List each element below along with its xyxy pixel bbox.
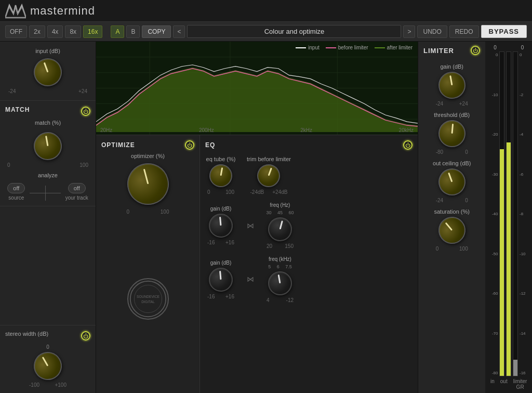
oversample-off[interactable]: OFF <box>5 25 27 38</box>
out-ceiling-range: -24 0 <box>434 198 470 203</box>
oversample-2x[interactable]: 2x <box>29 25 45 38</box>
band1-freq: freq (Hz) 30 45 60 <box>264 202 296 249</box>
trim-knob[interactable] <box>254 161 283 190</box>
meter-in <box>499 51 504 376</box>
optimizer-label: optimizer (%) <box>131 153 165 159</box>
band2-freq: freq (kHz) 5 6 7.5 <box>264 256 296 303</box>
stereo-label: stereo width (dB) <box>5 331 48 337</box>
logo-area: mastermind <box>5 3 95 19</box>
gain-label: gain (dB) <box>440 63 463 70</box>
eq-title: EQ <box>205 141 215 149</box>
preset-a-button[interactable]: A <box>111 25 124 38</box>
input-knob[interactable] <box>30 54 65 90</box>
oversample-4x[interactable]: 4x <box>47 25 63 38</box>
match-knob-container: match (%) 0 100 <box>5 120 90 168</box>
band1-gain: gain (dB) -16 +16 <box>205 206 236 245</box>
freq-20hz: 20Hz <box>100 127 112 133</box>
arrow-right-button[interactable]: > <box>403 25 415 38</box>
redo-button[interactable]: REDO <box>449 25 479 38</box>
band2-gain: gain (dB) -16 +16 <box>205 260 236 299</box>
oversample-8x[interactable]: 8x <box>65 25 81 38</box>
svg-marker-1 <box>5 7 26 18</box>
plugin-container: mastermind OFF 2x 4x 8x 16x A B COPY < C… <box>0 0 532 393</box>
eq-top-row: eq tube (%) 0 100 trim before limiter <box>205 156 291 195</box>
stereo-knob-container: -100 +100 <box>5 352 90 388</box>
input-range: -24 +24 <box>6 88 89 94</box>
trim-range: -24dB +24dB <box>248 189 289 195</box>
legend-input: input <box>296 45 320 50</box>
eq-tube-knob[interactable] <box>208 163 234 189</box>
band2-freq-ticks: 5 6 7.5 <box>268 264 292 269</box>
band1-gain-range: -16 +16 <box>205 240 236 245</box>
match-knob[interactable] <box>32 130 64 163</box>
eq-bands: gain (dB) -16 +16 ⋈ freq (Hz) <box>205 202 413 303</box>
sounddevice-logo: SOUNDEVICE DIGITAL <box>127 278 169 320</box>
eq-tube-label: eq tube (%) <box>206 156 236 162</box>
freq-200hz: 200Hz <box>199 127 214 133</box>
band1-freq-knob[interactable] <box>265 215 295 244</box>
meter-gr <box>513 51 518 376</box>
optimize-panel: OPTIMIZE ⏻ optimizer (%) 0 100 <box>96 135 200 393</box>
bypass-button[interactable]: BYPASS <box>481 25 527 38</box>
source-analyze: off source <box>7 183 25 201</box>
saturation-range: 0 100 <box>434 246 470 252</box>
optimize-header: OPTIMIZE ⏻ <box>101 140 194 150</box>
preset-b-button[interactable]: B <box>126 25 140 38</box>
saturation-knob[interactable] <box>433 211 471 249</box>
source-button[interactable]: off <box>7 183 25 193</box>
track-button[interactable]: off <box>68 183 86 193</box>
band1-gain-knob[interactable] <box>208 213 234 239</box>
meter-out-fill <box>507 142 511 376</box>
copy-button[interactable]: COPY <box>142 25 171 38</box>
meters-area: 0 0 0 -10 -20 -30 -40 -50 -60 -70 <box>485 42 532 393</box>
limiter-header: LIMITER ⏻ <box>423 46 480 55</box>
match-knob-label: match (%) <box>35 120 61 126</box>
preset-name: Colour and optimize <box>187 25 401 38</box>
stereo-power-button[interactable]: ⏻ <box>81 331 90 340</box>
stereo-section: stereo width (dB) ⏻ 0 -100 +100 <box>0 325 96 393</box>
arrow-left-button[interactable]: < <box>173 25 185 38</box>
optimizer-range: 0 100 <box>125 209 171 215</box>
out-ceiling-knob[interactable] <box>434 165 469 200</box>
stereo-range: -100 +100 <box>27 382 69 388</box>
analyze-row: off source off your track <box>5 182 90 201</box>
undo-button[interactable]: UNDO <box>417 25 447 38</box>
match-power-button[interactable]: ⏻ <box>81 107 90 116</box>
optimize-power-button[interactable]: ⏻ <box>185 140 194 150</box>
out-ceiling-label: out ceiling (dB) <box>433 160 471 166</box>
optimizer-knob[interactable] <box>123 159 174 209</box>
eq-power-button[interactable]: ⏻ <box>403 140 413 150</box>
match-title: MATCH <box>5 106 30 113</box>
freq-20khz: 20kHz <box>399 127 414 133</box>
saturation-label: saturation (%) <box>434 208 469 215</box>
meter-in-label: in <box>490 378 495 390</box>
eq-header: EQ ⏻ <box>205 140 413 150</box>
band1-gain-label: gain (dB) <box>210 206 232 212</box>
band2-gain-knob[interactable] <box>208 267 234 293</box>
legend-after-line <box>375 47 385 48</box>
lower-panels: OPTIMIZE ⏻ optimizer (%) 0 100 <box>96 135 418 393</box>
center-panel: input before limiter after limiter <box>96 42 418 393</box>
track-label: your track <box>65 195 88 201</box>
threshold-row: threshold (dB) -80 0 <box>423 112 480 155</box>
header: mastermind <box>0 0 532 22</box>
meter-gr-fill <box>513 360 517 376</box>
threshold-knob[interactable] <box>437 119 467 148</box>
toolbar: OFF 2x 4x 8x 16x A B COPY < Colour and o… <box>0 22 532 42</box>
spectrum-legend: input before limiter after limiter <box>296 45 413 50</box>
band1-freq-ticks: 30 45 60 <box>266 210 294 215</box>
band2-freq-label: freq (kHz) <box>269 256 291 262</box>
app-title: mastermind <box>30 4 95 18</box>
limiter-title: LIMITER <box>423 47 454 55</box>
left-scale: 0 -10 -20 -30 -40 -50 -60 -70 -80 <box>487 51 498 376</box>
limiter-power-button[interactable]: ⏻ <box>471 46 480 55</box>
gain-knob[interactable] <box>436 70 468 101</box>
threshold-range: -80 0 <box>434 149 470 155</box>
limiter-controls: LIMITER ⏻ gain (dB) -24 +24 threshold (d… <box>418 42 485 393</box>
oversample-16x[interactable]: 16x <box>83 25 102 38</box>
band2-freq-knob[interactable] <box>266 269 294 297</box>
threshold-label: threshold (dB) <box>434 112 470 118</box>
stereo-knob[interactable] <box>29 347 67 385</box>
meters-bottom-labels: in out limiterGR <box>487 378 530 390</box>
trim-label: trim before limiter <box>247 156 291 162</box>
